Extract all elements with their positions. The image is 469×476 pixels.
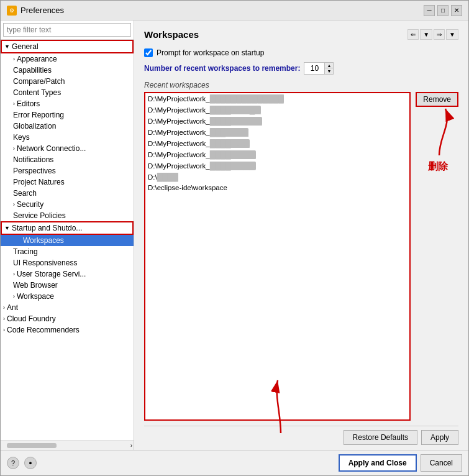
- sidebar-item-perspectives[interactable]: Perspectives: [1, 165, 134, 176]
- recent-count-input[interactable]: [304, 63, 324, 73]
- sidebar-item-appearance[interactable]: › Appearance: [1, 53, 134, 65]
- sidebar-item-content-types[interactable]: Content Types: [1, 87, 134, 98]
- sidebar-item-search[interactable]: Search: [1, 188, 134, 199]
- tree-area[interactable]: ▼ General › Appearance Capabilities Comp…: [1, 40, 134, 440]
- workspace-item[interactable]: D:\MyProject\work_██████████████: [145, 93, 409, 104]
- help-icon[interactable]: ?: [7, 457, 19, 469]
- sidebar-item-label: Startup and Shutdo...: [12, 224, 82, 232]
- sidebar-item-keys[interactable]: Keys: [1, 132, 134, 143]
- right-panel: Workspaces ⇐ ▼ ⇒ ▼ Prompt for workspace …: [134, 21, 468, 450]
- cancel-button[interactable]: Cancel: [421, 454, 462, 472]
- sidebar-item-code-recommenders[interactable]: › Code Recommenders: [1, 324, 134, 336]
- workspace-item[interactable]: D:\MyProject\work_████ _._._: [145, 138, 409, 149]
- sidebar-item-label: Globalization: [13, 122, 56, 130]
- workspace-item[interactable]: D:\MyProject\work_███_._._._: [145, 127, 409, 138]
- startup-checkbox-row: Prompt for workspace on startup: [144, 48, 458, 57]
- sidebar-item-notifications[interactable]: Notifications: [1, 154, 134, 165]
- bottom-buttons: Restore Defaults Apply: [144, 426, 458, 445]
- sidebar-item-label: Ant: [7, 303, 18, 312]
- window-title: Preferences: [20, 6, 64, 15]
- number-input-wrap: ▲ ▼: [304, 62, 334, 75]
- preferences-window: ⚙ Preferences ─ □ ✕ ▼ General › Ap: [0, 0, 469, 476]
- filter-input[interactable]: [3, 23, 131, 37]
- sidebar: ▼ General › Appearance Capabilities Comp…: [1, 21, 134, 450]
- sidebar-item-label: Project Natures: [13, 178, 65, 186]
- sidebar-item-user-storage[interactable]: › User Storage Servi...: [1, 268, 134, 280]
- expand-icon: ›: [3, 327, 5, 333]
- prompt-checkbox[interactable]: [144, 48, 153, 57]
- sidebar-item-general[interactable]: ▼ General: [1, 40, 134, 53]
- footer: ? ● Apply and Close Cancel: [1, 450, 468, 475]
- sidebar-item-label: Network Connectio...: [17, 144, 86, 153]
- title-bar: ⚙ Preferences ─ □ ✕: [1, 1, 468, 21]
- sidebar-item-compare-patch[interactable]: Compare/Patch: [1, 76, 134, 87]
- expand-icon: ›: [3, 304, 5, 311]
- sidebar-item-editors[interactable]: › Editors: [1, 98, 134, 109]
- workspace-item[interactable]: D:\MyProject\work_████ _ _ _ _ _: [145, 116, 409, 127]
- nav-dropdown-button[interactable]: ▼: [420, 29, 432, 40]
- sidebar-item-label: Service Policies: [13, 211, 66, 220]
- expand-icon: ▼: [4, 43, 10, 50]
- title-bar-left: ⚙ Preferences: [7, 6, 64, 16]
- sidebar-item-workspaces[interactable]: Workspaces: [1, 235, 134, 246]
- expand-icon: ›: [13, 101, 15, 107]
- panel-title: Workspaces: [144, 29, 199, 40]
- workspace-item[interactable]: D:\████: [145, 172, 409, 183]
- sidebar-item-label: Editors: [17, 99, 40, 108]
- filter-box: [1, 21, 134, 40]
- recent-count-row: Number of recent workspaces to remember:…: [144, 62, 458, 75]
- expand-icon: ▼: [4, 225, 10, 231]
- sidebar-item-label: Code Recommenders: [7, 326, 80, 334]
- sidebar-item-label: Workspace: [17, 292, 54, 301]
- workspace-item[interactable]: D:\MyProject\work_████ _ _ _█ _: [145, 104, 409, 116]
- sidebar-item-label: Keys: [13, 133, 30, 142]
- sidebar-item-label: General: [12, 42, 39, 51]
- workspace-item[interactable]: D:\MyProject\work_████_ _._._.: [145, 160, 409, 172]
- sidebar-item-workspace[interactable]: › Workspace: [1, 291, 134, 302]
- sidebar-item-ui-responsiveness[interactable]: UI Responsiveness: [1, 257, 134, 268]
- sidebar-item-tracing[interactable]: Tracing: [1, 246, 134, 257]
- spin-up-button[interactable]: ▲: [324, 63, 333, 68]
- sidebar-item-label: Notifications: [13, 155, 53, 164]
- sidebar-item-label: Workspaces: [23, 236, 64, 245]
- apply-button[interactable]: Apply: [421, 430, 458, 445]
- workspace-item[interactable]: D:\eclipse-ide\workspace: [145, 183, 409, 193]
- nav-dropdown2-button[interactable]: ▼: [446, 29, 458, 40]
- expand-icon: ›: [13, 293, 15, 300]
- sidebar-item-label: Appearance: [17, 55, 57, 63]
- close-button[interactable]: ✕: [451, 5, 462, 16]
- forward-button[interactable]: ⇒: [434, 29, 445, 40]
- sidebar-item-network[interactable]: › Network Connectio...: [1, 143, 134, 154]
- expand-icon: ›: [3, 316, 5, 322]
- sidebar-item-label: Cloud Foundry: [7, 314, 56, 323]
- apply-and-close-button[interactable]: Apply and Close: [339, 454, 417, 472]
- remove-button[interactable]: Remove: [416, 92, 458, 107]
- sidebar-item-web-browser[interactable]: Web Browser: [1, 280, 134, 291]
- info-icon[interactable]: ●: [24, 457, 37, 469]
- back-button[interactable]: ⇐: [408, 29, 419, 40]
- expand-icon: ›: [13, 271, 15, 277]
- expand-icon: ›: [13, 145, 15, 152]
- main-content: ▼ General › Appearance Capabilities Comp…: [1, 21, 468, 450]
- prompt-label: Prompt for workspace on startup: [157, 48, 264, 57]
- sidebar-item-error-reporting[interactable]: Error Reporting: [1, 109, 134, 121]
- restore-defaults-button[interactable]: Restore Defaults: [344, 430, 417, 445]
- sidebar-item-startup-shutdown[interactable]: ▼ Startup and Shutdo...: [1, 221, 134, 235]
- workspace-item[interactable]: D:\MyProject\work_████ _ _ _ _: [145, 149, 409, 160]
- sidebar-item-capabilities[interactable]: Capabilities: [1, 65, 134, 76]
- sidebar-item-ant[interactable]: › Ant: [1, 302, 134, 313]
- minimize-button[interactable]: ─: [424, 5, 435, 16]
- sidebar-item-globalization[interactable]: Globalization: [1, 121, 134, 132]
- sidebar-item-cloud-foundry[interactable]: › Cloud Foundry: [1, 313, 134, 324]
- spin-down-button[interactable]: ▼: [324, 68, 333, 74]
- sidebar-item-security[interactable]: › Security: [1, 199, 134, 210]
- sidebar-item-service-policies[interactable]: Service Policies: [1, 210, 134, 221]
- remove-section: Remove 删除: [416, 92, 458, 421]
- sidebar-item-label: Tracing: [13, 247, 38, 256]
- maximize-button[interactable]: □: [437, 5, 449, 16]
- workspace-list[interactable]: D:\MyProject\work_██████████████ D:\MyPr…: [144, 92, 411, 421]
- panel-header: Workspaces ⇐ ▼ ⇒ ▼: [144, 29, 458, 46]
- sidebar-item-label: Security: [17, 200, 43, 209]
- window-icon: ⚙: [7, 6, 17, 16]
- sidebar-item-project-natures[interactable]: Project Natures: [1, 176, 134, 188]
